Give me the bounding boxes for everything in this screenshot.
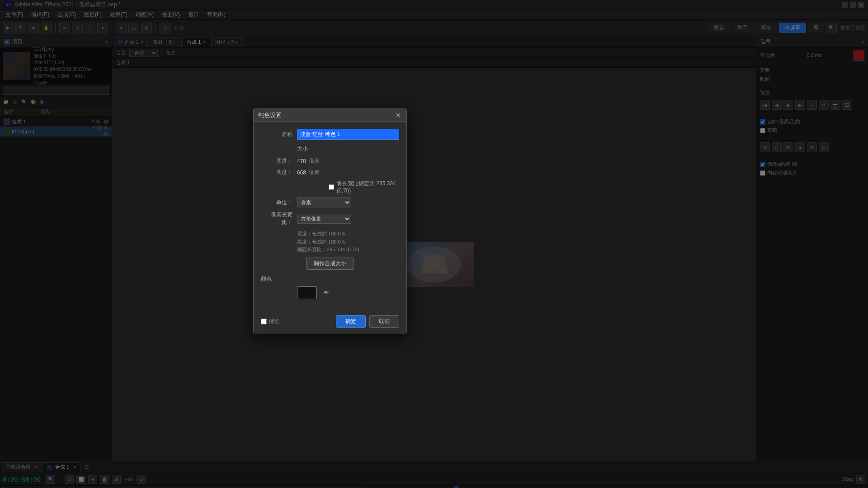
dialog-pixel-aspect-label: 像素长宽比：: [261, 211, 292, 226]
dialog-lock-ratio-label: 将长宽比锁定为 235.334 (0.70): [337, 180, 399, 194]
dialog-pixel-aspect-select[interactable]: 方形像素 D1/DV NTSC: [297, 214, 351, 224]
dialog-footer: 持览 确定 取消: [254, 312, 406, 333]
dialog-size-title: 大小: [297, 145, 399, 153]
dialog-height-row: 高度： 668 像素: [261, 169, 399, 176]
dialog-preview-checkbox[interactable]: [261, 319, 267, 324]
dialog-unit-select[interactable]: 像素 英寸 厘米: [297, 197, 351, 207]
dialog-height-label: 高度：: [261, 169, 292, 176]
dialog-width-row: 宽度： 470 像素: [261, 157, 399, 165]
dialog-width-value[interactable]: 470: [297, 158, 306, 164]
dialog-color-controls: ✒: [297, 286, 399, 299]
dialog-body: 名称 大小 宽度： 470 像素 高度： 668 像素 将长宽比锁定为 235.…: [254, 122, 406, 312]
dialog-comp-width-info: 宽度：合成的 100.0%: [297, 230, 399, 238]
dialog-color-swatch[interactable]: [297, 286, 317, 299]
dialog-size-info: 宽度：合成的 100.0% 高度：合成的 100.0% 画面长宽比：235.33…: [297, 230, 399, 254]
dialog-frame-aspect-info: 画面长宽比：235.334 (0.70): [297, 246, 399, 254]
dialog-width-label: 宽度：: [261, 157, 292, 165]
dialog-unit-label: 单位：: [261, 199, 292, 206]
dialog-lock-ratio-checkbox[interactable]: [329, 184, 334, 190]
dialog-comp-height-info: 高度：合成的 100.0%: [297, 238, 399, 246]
dialog-pixel-aspect-row: 像素长宽比： 方形像素 D1/DV NTSC: [261, 211, 399, 226]
dialog-unit-row: 单位： 像素 英寸 厘米: [261, 197, 399, 207]
dialog-overlay: 纯色设置 ✕ 名称 大小 宽度： 470 像素 高度： 668 像素: [0, 0, 868, 488]
dialog-cancel-button[interactable]: 取消: [369, 315, 399, 328]
dialog-height-value[interactable]: 668: [297, 169, 306, 176]
dialog-ok-button[interactable]: 确定: [336, 315, 366, 328]
dialog-color-section: 颜色 ✒: [261, 275, 399, 299]
solid-settings-dialog: 纯色设置 ✕ 名称 大小 宽度： 470 像素 高度： 668 像素: [253, 108, 407, 333]
dialog-title: 纯色设置: [258, 111, 282, 119]
dialog-color-label: 颜色: [261, 275, 399, 283]
dialog-width-unit: 像素: [309, 157, 320, 165]
eyedropper-button[interactable]: ✒: [321, 287, 331, 298]
dialog-lock-ratio-row: 将长宽比锁定为 235.334 (0.70): [329, 180, 399, 194]
dialog-name-input[interactable]: [297, 129, 399, 140]
dialog-titlebar: 纯色设置 ✕: [254, 109, 406, 122]
dialog-preview-checkbox-row: 持览: [261, 318, 279, 325]
make-comp-size-button[interactable]: 制作合成大小: [306, 258, 354, 270]
dialog-close-button[interactable]: ✕: [395, 112, 402, 119]
dialog-preview-label: 持览: [269, 318, 279, 325]
dialog-name-row: 名称: [261, 129, 399, 140]
dialog-name-label: 名称: [261, 131, 292, 138]
dialog-height-unit: 像素: [309, 169, 320, 176]
